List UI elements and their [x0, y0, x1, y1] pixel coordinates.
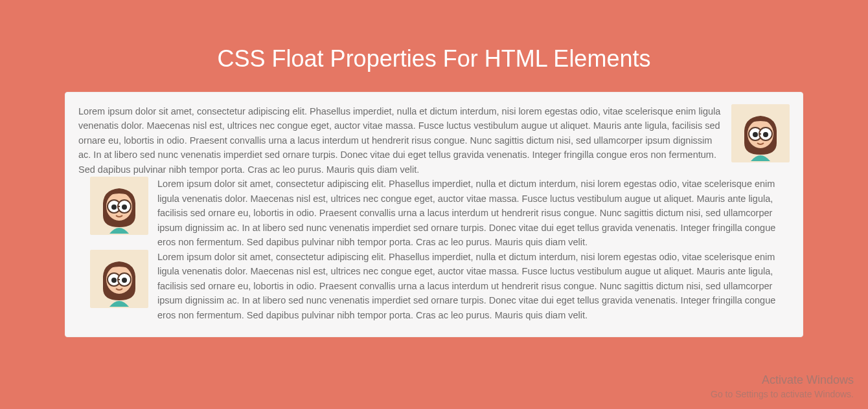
watermark-title: Activate Windows [711, 373, 854, 388]
svg-point-13 [122, 204, 127, 210]
watermark-subtitle: Go to Settings to activate Windows. [711, 388, 854, 400]
girl-glasses-avatar-icon [90, 177, 148, 235]
content-panel: Lorem ipsum dolor sit amet, consectetur … [65, 92, 803, 337]
example-float-left: Lorem ipsum dolor sit amet, consectetur … [78, 177, 790, 249]
girl-glasses-avatar-icon [90, 250, 148, 308]
girl-glasses-avatar-icon [731, 104, 790, 162]
paragraph-text: Lorem ipsum dolor sit amet, consectetur … [157, 179, 775, 247]
svg-point-12 [111, 204, 117, 210]
page-title: CSS Float Properties For HTML Elements [0, 0, 868, 92]
svg-point-20 [122, 278, 127, 283]
paragraph-text: Lorem ipsum dolor sit amet, consectetur … [157, 252, 775, 320]
svg-point-19 [111, 278, 117, 283]
svg-point-5 [753, 132, 758, 137]
paragraph-text: Lorem ipsum dolor sit amet, consectetur … [78, 106, 720, 175]
example-float-right: Lorem ipsum dolor sit amet, consectetur … [78, 104, 790, 177]
example-float-none: Lorem ipsum dolor sit amet, consectetur … [78, 250, 790, 322]
windows-activation-watermark: Activate Windows Go to Settings to activ… [711, 373, 854, 400]
svg-point-6 [763, 132, 768, 137]
